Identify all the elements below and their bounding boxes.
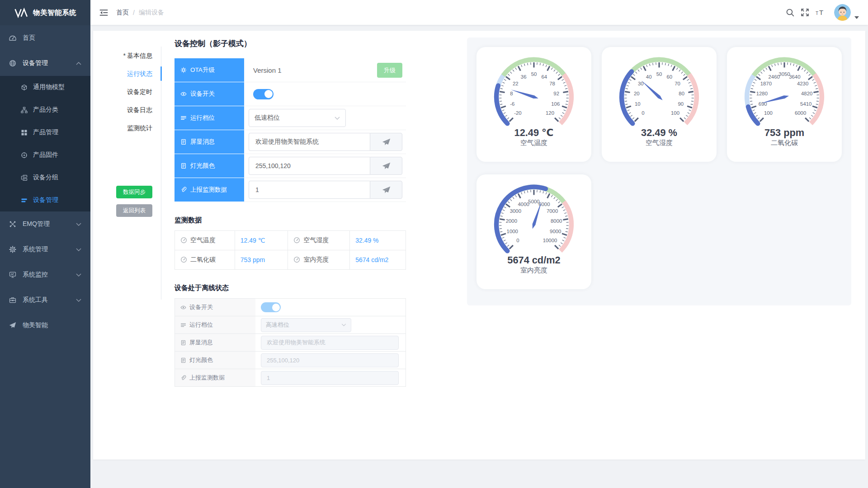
- svg-text:T: T: [819, 9, 823, 16]
- svg-text:4820: 4820: [801, 91, 812, 96]
- sidebar-submenu: 通用物模型产品分类产品管理产品固件设备分组设备管理: [0, 76, 90, 211]
- send-icon: [382, 186, 391, 194]
- sidebar-item-6[interactable]: 系统工具: [0, 287, 90, 313]
- shadow-input-4[interactable]: [249, 157, 370, 175]
- run-gear-select[interactable]: 低速档位: [249, 109, 346, 127]
- gauge-card-空气湿度: 010203040506070809010032.49 %空气湿度: [602, 47, 717, 162]
- monitor-value[interactable]: 12.49 ℃: [235, 231, 288, 250]
- offline-row-label-text: 上报监测数据: [189, 374, 225, 382]
- svg-text:10000: 10000: [543, 238, 557, 243]
- search-icon[interactable]: [786, 8, 794, 17]
- doc-icon: [180, 357, 186, 363]
- offline-row-control: 1: [255, 369, 406, 386]
- svg-text:50: 50: [656, 71, 662, 77]
- offline-row-label-text: 运行档位: [189, 321, 213, 329]
- send-button[interactable]: [370, 157, 402, 175]
- shadow-row-control: [244, 154, 406, 178]
- sidebar-item-3[interactable]: EMQ管理: [0, 211, 90, 237]
- svg-text:3000: 3000: [510, 208, 521, 214]
- sidebar-item-4[interactable]: 系统管理: [0, 237, 90, 262]
- shadow-form-row: 灯光颜色: [175, 154, 406, 178]
- sidebar-item-5[interactable]: 系统监控: [0, 262, 90, 287]
- shadow-row-label-text: 运行档位: [190, 114, 215, 122]
- back-to-list-button[interactable]: 返回列表: [116, 204, 152, 217]
- sidebar-subitem-产品管理[interactable]: 产品管理: [0, 121, 90, 144]
- sidebar-subitem-通用物模型[interactable]: 通用物模型: [0, 76, 90, 99]
- svg-text:1870: 1870: [760, 81, 772, 86]
- grid-icon: [21, 129, 28, 136]
- user-avatar[interactable]: [834, 4, 851, 21]
- gauge-value: 753 ppm: [764, 127, 804, 138]
- chevron-down-icon: [335, 117, 340, 120]
- sidebar-subitem-设备分组[interactable]: 设备分组: [0, 166, 90, 189]
- tab-设备日志[interactable]: 设备日志: [93, 101, 161, 119]
- topbar: 首页 / 编辑设备 TT: [90, 0, 868, 25]
- device-switch-toggle[interactable]: [253, 89, 274, 99]
- shadow-form-row: 上报监测数据: [175, 178, 406, 202]
- list-lines-icon: [180, 322, 186, 328]
- form-column: 设备控制（影子模式） OTA升级Version 1升级设备开关运行档位低速档位屏…: [175, 31, 406, 387]
- send-button[interactable]: [370, 133, 402, 151]
- sidebar-item-2[interactable]: 设备管理: [0, 51, 90, 76]
- shadow-form-row: 运行档位低速档位: [175, 106, 406, 130]
- breadcrumb-home[interactable]: 首页: [116, 9, 129, 17]
- shadow-row-label: 运行档位: [175, 106, 244, 130]
- send-icon: [382, 162, 391, 170]
- app-logo[interactable]: 物美智能系统: [0, 0, 90, 25]
- sidebar-subitem-产品固件[interactable]: 产品固件: [0, 144, 90, 166]
- group-icon: [21, 174, 28, 181]
- sidebar-subitem-label: 产品管理: [33, 128, 58, 136]
- caret-down-icon[interactable]: [854, 16, 859, 19]
- gauge-title: 空气湿度: [646, 139, 673, 147]
- tab-label: 设备定时: [127, 88, 152, 95]
- sitemap-icon: [21, 107, 28, 113]
- sync-data-button[interactable]: 数据同步: [116, 186, 152, 198]
- send-button[interactable]: [370, 181, 402, 199]
- tab-设备定时[interactable]: 设备定时: [93, 83, 161, 101]
- gauge-panel: -20-6822365064789210612012.49 ℃空气温度01020…: [467, 38, 851, 305]
- logo-mark-icon: [14, 8, 29, 18]
- shadow-input-3[interactable]: [249, 133, 370, 151]
- dashboard-icon: [9, 34, 16, 42]
- offline-input-disabled: 欢迎使用物美智能系统: [261, 336, 399, 350]
- shadow-form-row: 设备开关: [175, 82, 406, 106]
- offline-row-control: 高速档位: [255, 316, 406, 333]
- sidebar-item-1[interactable]: 首页: [0, 25, 90, 51]
- monitor-value[interactable]: 753 ppm: [235, 250, 288, 270]
- monitor-label-text: 室内亮度: [303, 256, 329, 263]
- font-size-icon[interactable]: TT: [816, 8, 825, 17]
- sidebar-item-7[interactable]: 物美智能: [0, 313, 90, 338]
- chevron-down-icon: [76, 248, 81, 251]
- tab-监测统计[interactable]: 监测统计: [93, 119, 161, 137]
- required-star: *: [123, 52, 126, 59]
- sidebar-item-label: 系统管理: [23, 245, 48, 253]
- tab-label: 运行状态: [127, 70, 152, 77]
- shadow-row-label-text: 屏显消息: [190, 138, 215, 146]
- gauge-icon: [180, 256, 187, 263]
- monitor-label: 空气湿度: [288, 231, 350, 250]
- toolbox-icon: [9, 296, 16, 304]
- sidebar: 物美智能系统 首页设备管理通用物模型产品分类产品管理产品固件设备分组设备管理EM…: [0, 0, 90, 488]
- doc-icon: [180, 163, 187, 169]
- fullscreen-icon[interactable]: [801, 8, 809, 17]
- sidebar-subitem-产品分类[interactable]: 产品分类: [0, 99, 90, 121]
- gauge-icon: [180, 237, 187, 244]
- shadow-input-5[interactable]: [249, 181, 370, 199]
- offline-row-label-text: 灯光颜色: [189, 356, 213, 364]
- sidebar-collapse-icon[interactable]: [99, 9, 108, 16]
- tab-运行状态[interactable]: 运行状态: [93, 65, 161, 83]
- tab-基本信息[interactable]: *基本信息: [93, 47, 161, 65]
- svg-text:0: 0: [642, 110, 644, 116]
- monitor-value[interactable]: 32.49 %: [350, 231, 406, 250]
- bars-icon: [21, 197, 28, 204]
- gauge-value: 12.49 ℃: [514, 127, 554, 138]
- sidebar-subitem-设备管理[interactable]: 设备管理: [0, 189, 90, 211]
- doc-icon: [180, 139, 187, 145]
- input-group: [249, 181, 402, 199]
- monitor-label: 空气温度: [175, 231, 235, 250]
- svg-text:3640: 3640: [789, 74, 800, 80]
- monitor-value[interactable]: 5674 cd/m2: [350, 250, 406, 270]
- breadcrumb-current: 编辑设备: [139, 9, 164, 17]
- breadcrumb-separator: /: [133, 9, 135, 16]
- upgrade-button[interactable]: 升级: [377, 63, 402, 78]
